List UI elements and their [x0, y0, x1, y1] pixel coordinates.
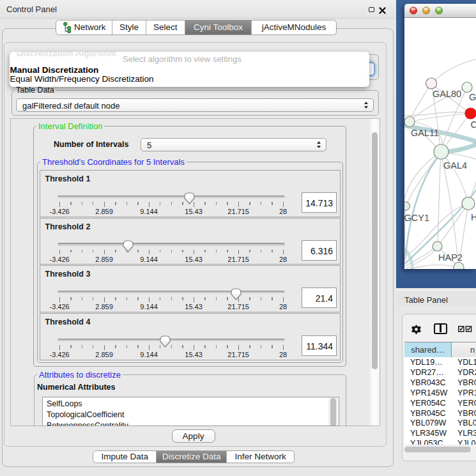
svg-text:GAL80: GAL80 [433, 88, 461, 98]
svg-text:GAL11: GAL11 [411, 127, 439, 137]
svg-text:HAP2: HAP2 [438, 252, 463, 262]
svg-text:H: H [471, 211, 476, 222]
svg-text:GAL4: GAL4 [443, 160, 467, 170]
svg-text:C: C [471, 119, 476, 129]
svg-text:GCY1: GCY1 [404, 212, 429, 222]
svg-text:GA: GA [469, 91, 476, 102]
